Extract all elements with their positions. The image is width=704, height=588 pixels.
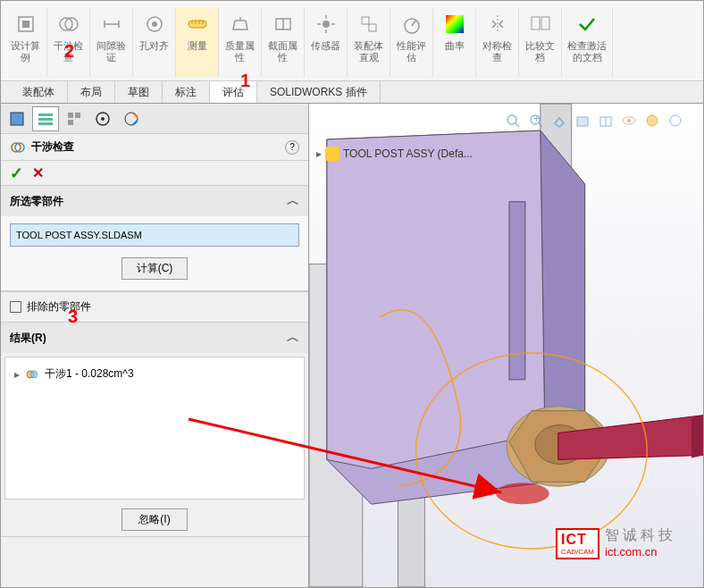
tool-clearance[interactable]: 间隙验证 xyxy=(90,8,133,77)
hole-icon xyxy=(140,10,169,38)
svg-point-55 xyxy=(496,483,549,504)
excluded-label: 排除的零部件 xyxy=(27,299,91,315)
svg-point-13 xyxy=(323,21,330,28)
display-style-icon[interactable] xyxy=(573,111,592,130)
tool-label: 质量属性 xyxy=(225,40,255,63)
panel-tab-target[interactable] xyxy=(89,106,116,131)
svg-text:+: + xyxy=(533,113,540,125)
tab-layout[interactable]: 布局 xyxy=(68,81,115,103)
svg-rect-1 xyxy=(22,21,29,28)
panel-tab-config[interactable] xyxy=(61,106,88,131)
panel-tab-property[interactable] xyxy=(32,106,59,131)
scene-icon[interactable] xyxy=(642,111,662,130)
tool-label: 间隙验证 xyxy=(96,40,126,63)
breadcrumb-text[interactable]: TOOL POST ASSY (Defa... xyxy=(343,147,473,160)
property-panel: 干涉检查 ? ✓ ✕ 所选零部件 ︿ 计算(C) 排除的零部件 xyxy=(1,104,309,587)
results-section: 结果(R) ︿ ▸ 干涉1 - 0.028cm^3 忽略(I) xyxy=(1,323,308,537)
section-view-icon[interactable] xyxy=(596,111,616,130)
main-area: 干涉检查 ? ✓ ✕ 所选零部件 ︿ 计算(C) 排除的零部件 xyxy=(1,104,703,587)
section-title: 结果(R) xyxy=(10,331,46,346)
tool-mass[interactable]: 质量属性 xyxy=(219,8,262,77)
compare-icon xyxy=(526,10,555,38)
interference-result-icon xyxy=(25,367,39,382)
svg-rect-28 xyxy=(68,120,73,125)
result-label: 干涉1 - 0.028cm^3 xyxy=(45,366,134,382)
view-toolbar: + xyxy=(503,111,685,130)
svg-point-46 xyxy=(647,115,658,126)
interference-panel-icon xyxy=(10,139,26,155)
panel-tab-appearance[interactable] xyxy=(118,106,145,131)
svg-rect-25 xyxy=(38,122,53,125)
tool-performance[interactable]: 性能评估 xyxy=(390,8,433,77)
zoom-fit-icon[interactable] xyxy=(503,111,523,130)
tool-sensor[interactable]: 传感器 xyxy=(305,8,348,77)
tool-label: 截面属性 xyxy=(268,40,298,63)
tool-label: 测量 xyxy=(188,40,207,52)
interference-icon xyxy=(54,10,83,38)
watermark: ICT CAD/CAM 智诚科技 ict.com.cn xyxy=(556,526,676,560)
watermark-text: 智诚科技 ict.com.cn xyxy=(605,526,676,560)
svg-point-30 xyxy=(101,117,105,121)
tool-label: 曲率 xyxy=(445,40,465,52)
annotation-2: 2 xyxy=(64,41,74,62)
cancel-button[interactable]: ✕ xyxy=(32,164,44,181)
tool-symmetry[interactable]: 对称检查 xyxy=(476,8,519,77)
check-icon xyxy=(573,10,601,38)
excluded-checkbox[interactable] xyxy=(10,301,21,313)
tool-label: 检查激活的文档 xyxy=(567,40,607,63)
selected-header[interactable]: 所选零部件 ︿ xyxy=(1,186,308,216)
action-buttons: ✓ ✕ xyxy=(1,161,308,186)
excluded-section[interactable]: 排除的零部件 xyxy=(1,291,308,323)
watermark-logo: ICT CAD/CAM xyxy=(556,528,599,559)
svg-point-45 xyxy=(627,119,631,122)
3d-viewport[interactable]: + ▸ TOOL POST ASSY (Defa... xyxy=(309,104,703,587)
tool-measure[interactable]: 测量 xyxy=(176,8,219,77)
tool-label: 设计算例 xyxy=(11,40,40,63)
result-item[interactable]: ▸ 干涉1 - 0.028cm^3 xyxy=(13,365,297,383)
panel-title: 干涉检查 xyxy=(31,139,280,155)
ignore-button[interactable]: 忽略(I) xyxy=(122,508,187,531)
selected-section: 所选零部件 ︿ 计算(C) xyxy=(1,186,308,291)
tab-sketch[interactable]: 草图 xyxy=(115,81,163,103)
selected-component-input[interactable] xyxy=(10,223,299,247)
ribbon-tabs: 装配体 布局 草图 标注 评估 SOLIDWORKS 插件 xyxy=(1,81,703,104)
tab-plugins[interactable]: SOLIDWORKS 插件 xyxy=(257,81,381,103)
panel-header: 干涉检查 ? xyxy=(1,134,308,161)
tab-assembly[interactable]: 装配体 xyxy=(10,81,68,103)
tool-label: 孔对齐 xyxy=(139,40,169,52)
3d-model xyxy=(309,104,703,587)
calculate-button[interactable]: 计算(C) xyxy=(122,257,189,280)
panel-tab-feature[interactable] xyxy=(4,106,30,131)
svg-rect-23 xyxy=(38,113,53,116)
svg-rect-41 xyxy=(577,117,588,126)
assembly-icon xyxy=(325,147,339,161)
zoom-area-icon[interactable]: + xyxy=(526,111,546,130)
tab-annotate[interactable]: 标注 xyxy=(163,81,210,103)
performance-icon xyxy=(398,10,426,38)
appearance-icon[interactable] xyxy=(666,111,685,130)
expand-arrow-icon[interactable]: ▸ xyxy=(14,368,20,381)
clearance-icon xyxy=(97,10,126,38)
results-list: ▸ 干涉1 - 0.028cm^3 xyxy=(4,357,305,500)
panel-tab-icons xyxy=(1,104,308,134)
section-icon xyxy=(269,10,298,38)
view-orient-icon[interactable] xyxy=(549,111,569,130)
tool-compare[interactable]: 比较文档 xyxy=(519,8,562,77)
tool-section[interactable]: 截面属性 xyxy=(262,8,305,77)
hide-show-icon[interactable] xyxy=(619,111,639,130)
ok-button[interactable]: ✓ xyxy=(10,164,23,183)
tool-assembly[interactable]: 装配体直观 xyxy=(348,8,390,77)
tool-curvature[interactable]: 曲率 xyxy=(433,8,476,77)
tool-label: 性能评估 xyxy=(397,40,426,63)
tool-hole[interactable]: 孔对齐 xyxy=(133,8,176,77)
tool-check[interactable]: 检查激活的文档 xyxy=(562,8,613,77)
annotation-3: 3 xyxy=(68,307,78,327)
help-icon[interactable]: ? xyxy=(285,140,299,155)
results-header[interactable]: 结果(R) ︿ xyxy=(1,323,308,353)
curvature-icon xyxy=(440,10,469,38)
breadcrumb-arrow-icon[interactable]: ▸ xyxy=(316,147,322,160)
svg-rect-26 xyxy=(68,113,73,118)
svg-line-37 xyxy=(515,123,519,127)
tool-design[interactable]: 设计算例 xyxy=(4,8,47,77)
svg-rect-18 xyxy=(446,15,464,33)
